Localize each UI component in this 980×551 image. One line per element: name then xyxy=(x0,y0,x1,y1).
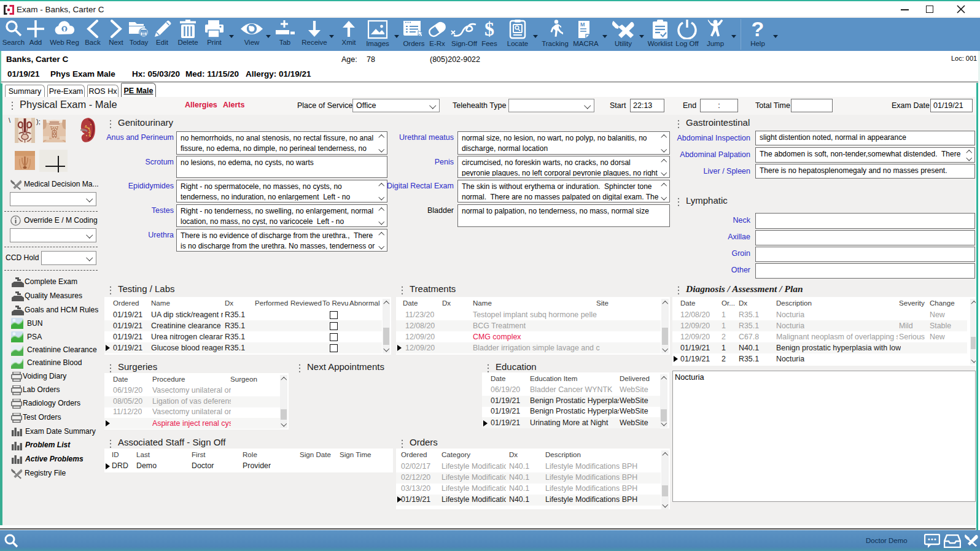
svg-text:?: ? xyxy=(752,20,764,39)
svg-text:$: $ xyxy=(484,20,494,39)
svg-text:M: M xyxy=(580,21,585,28)
